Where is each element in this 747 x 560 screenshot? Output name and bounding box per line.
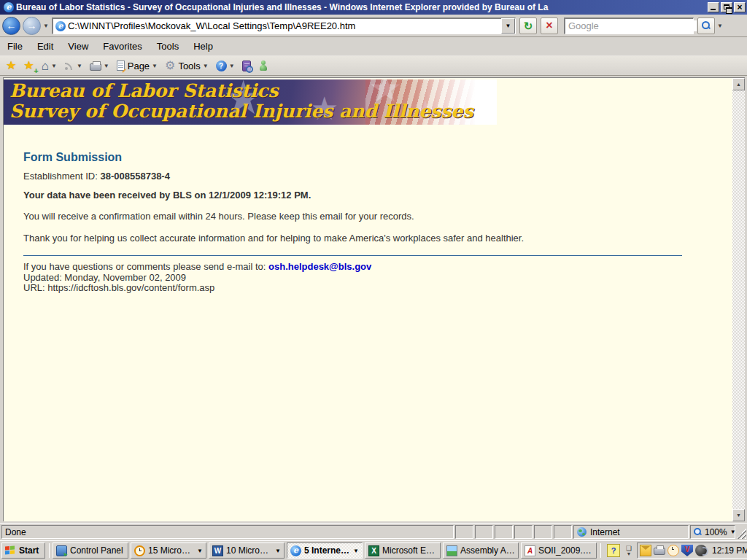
updated-line: Updated: Monday, November 02, 2009 [23, 273, 732, 284]
status-pane [534, 525, 552, 539]
status-text: Done [1, 525, 454, 539]
add-favorite-star-icon: ★ [23, 60, 34, 71]
taskbar-divider [49, 543, 50, 558]
title-bar: e Bureau of Labor Statistics - Survey of… [0, 0, 747, 15]
menu-bar: File Edit View Favorites Tools Help [0, 37, 747, 56]
zoom-control[interactable]: 100%▼ [690, 525, 735, 539]
status-pane [554, 525, 572, 539]
menu-help[interactable]: Help [186, 39, 220, 54]
browser-viewport: ★ ★ ★ ★ Bureau of Labor Statistics Surve… [0, 76, 747, 523]
menu-favorites[interactable]: Favorites [96, 39, 149, 54]
tools-menu-button[interactable]: ⚙Tools▼ [163, 58, 210, 74]
tray-chevron[interactable]: ❏▼ [623, 545, 635, 556]
minimize-button[interactable] [708, 2, 719, 12]
printer-icon [90, 63, 101, 71]
address-dropdown-button[interactable]: ▼ [501, 18, 515, 34]
zoom-level: 100% [705, 527, 727, 537]
scroll-down-button[interactable]: ▼ [732, 509, 745, 521]
home-dropdown-icon[interactable]: ▼ [51, 63, 57, 69]
form-submission-document: Form Submission Establishment ID: 38-008… [4, 125, 732, 294]
help-note-icon[interactable]: ? [607, 544, 620, 557]
taskbar-group-word[interactable]: W 10 Microso... ▼ [209, 542, 285, 559]
messenger-button[interactable] [257, 58, 270, 74]
restore-button[interactable] [721, 2, 732, 12]
search-button[interactable] [697, 18, 715, 34]
close-button[interactable]: × [734, 2, 746, 12]
window-title: Bureau of Labor Statistics - Survey of O… [16, 2, 706, 12]
page-menu-label: Page [128, 61, 150, 71]
forward-button[interactable]: → [23, 17, 41, 35]
group-dropdown-icon[interactable]: ▼ [197, 548, 203, 554]
page-favicon-icon: e [55, 21, 66, 31]
home-button[interactable]: ⌂▼ [40, 58, 58, 74]
favorites-button[interactable]: ★ [4, 58, 18, 74]
help-button[interactable]: ?▼ [214, 58, 236, 74]
establishment-id: 38-008558738-4 [101, 171, 170, 182]
help-dropdown-icon[interactable]: ▼ [229, 63, 235, 69]
taskbar-button-assembly[interactable]: Assembly Ar... [443, 542, 519, 559]
menu-file[interactable]: File [0, 39, 30, 54]
taskbar-group-internet-explorer[interactable]: e 5 Internet... ▼ [287, 542, 363, 559]
scrollbar-track[interactable] [732, 90, 745, 509]
group-dropdown-icon[interactable]: ▼ [353, 548, 359, 554]
search-input[interactable] [565, 20, 697, 31]
antivirus-shield-icon[interactable]: V [681, 545, 693, 556]
address-input[interactable] [68, 19, 501, 33]
helpdesk-email-link[interactable]: osh.helpdesk@bls.gov [268, 261, 371, 272]
scroll-up-button[interactable]: ▲ [732, 78, 745, 90]
command-toolbar: ★ ★+ ⌂▼ ▼ ▼ Page▼ ⚙Tools▼ ?▼ [0, 56, 747, 76]
print-dropdown-icon[interactable]: ▼ [104, 63, 109, 69]
page-dropdown-icon[interactable]: ▼ [152, 63, 158, 69]
taskbar-button-excel[interactable]: X Microsoft Ex... [365, 542, 441, 559]
help-icon: ? [216, 61, 227, 71]
menu-view[interactable]: View [61, 39, 96, 54]
tray-divider [600, 543, 601, 558]
web-page: ★ ★ ★ ★ Bureau of Labor Statistics Surve… [4, 78, 732, 521]
stop-button[interactable]: × [541, 18, 558, 34]
clock-tray-icon[interactable] [667, 545, 679, 556]
printer-tray-icon[interactable] [654, 548, 665, 555]
taskbar-button-control-panel[interactable]: Control Panel [53, 542, 128, 559]
search-options-icon[interactable]: ▼ [717, 23, 723, 29]
bls-banner: ★ ★ ★ ★ Bureau of Labor Statistics Surve… [4, 79, 497, 125]
address-toolbar: ← → ▼ e ▼ ↻ × ▼ [0, 15, 747, 37]
taskbar-button-pdf[interactable]: A SOII_2009.p... [521, 542, 597, 559]
feeds-button[interactable]: ▼ [63, 58, 84, 74]
start-button[interactable]: Start [1, 542, 45, 559]
print-button[interactable]: ▼ [88, 58, 111, 74]
banner-title: Bureau of Labor Statistics Survey of Occ… [9, 81, 473, 122]
confirmation-email-paragraph: You will receive a confirmation email wi… [23, 211, 732, 222]
resize-grip[interactable] [736, 529, 746, 539]
search-box-wrap [564, 18, 694, 34]
tools-dropdown-icon[interactable]: ▼ [203, 63, 209, 69]
start-label: Start [19, 545, 39, 556]
banner-line1: Bureau of Labor Statistics [9, 81, 473, 101]
page-menu-button[interactable]: Page▼ [115, 58, 159, 74]
minimize-icon [711, 9, 716, 10]
zoom-dropdown-icon[interactable]: ▼ [730, 529, 736, 535]
research-button[interactable] [241, 58, 252, 74]
feeds-dropdown-icon[interactable]: ▼ [77, 63, 82, 69]
establishment-line: Establishment ID: 38-008558738-4 [23, 171, 732, 182]
menu-edit[interactable]: Edit [30, 39, 61, 54]
vertical-scrollbar[interactable]: ▲ ▼ [732, 78, 745, 521]
ie-window-icon: e [4, 2, 14, 12]
banner-line2: Survey of Occupational Injuries and Illn… [9, 101, 473, 122]
zone-label: Internet [590, 527, 620, 537]
taskbar-group-office[interactable]: 15 Microso... ▼ [131, 542, 206, 559]
thank-you-paragraph: Thank you for helping us collect accurat… [23, 233, 732, 244]
volume-tray-icon[interactable] [695, 545, 707, 556]
group-dropdown-icon[interactable]: ▼ [275, 548, 281, 554]
gear-icon: ⚙ [165, 60, 175, 71]
mail-tray-icon[interactable] [640, 545, 651, 556]
back-button[interactable]: ← [2, 17, 20, 35]
history-dropdown-icon[interactable]: ▼ [43, 23, 49, 29]
add-favorite-button[interactable]: ★+ [22, 58, 35, 74]
menu-tools[interactable]: Tools [150, 39, 186, 54]
received-confirmation: Your data have been received by BLS on 1… [23, 190, 732, 201]
refresh-button[interactable]: ↻ [519, 18, 537, 34]
zoom-icon [694, 528, 703, 537]
divider [23, 255, 682, 256]
close-icon: × [735, 2, 745, 12]
windows-logo-icon [5, 546, 15, 556]
